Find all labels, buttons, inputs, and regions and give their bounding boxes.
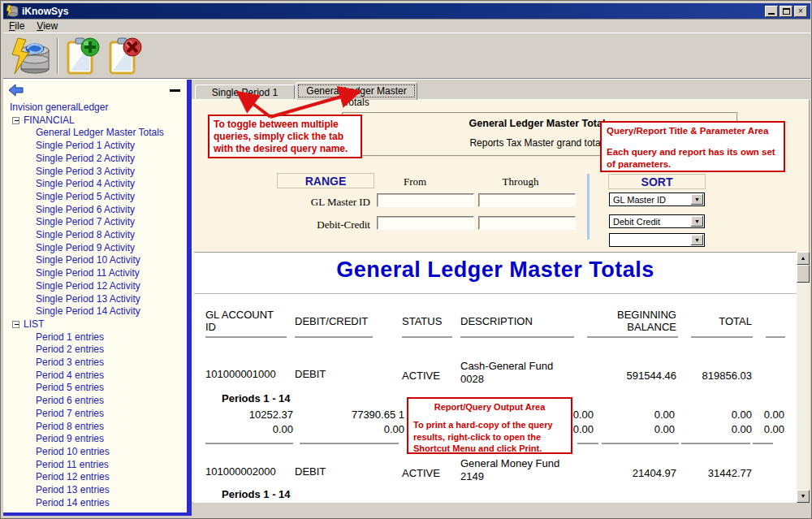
tree-item[interactable]: Single Period 3 Activity	[3, 166, 187, 179]
tab-general-ledger-master-totals[interactable]: General Ledger Master Totals	[296, 82, 417, 100]
period-value: 0.00	[315, 423, 404, 435]
range-sort-divider	[587, 174, 590, 240]
tree-item[interactable]: Period 6 entries	[3, 395, 187, 408]
through-column-label: Through	[484, 175, 557, 188]
tree-item[interactable]: Single Period 9 Activity	[3, 242, 187, 255]
column-rule	[602, 443, 679, 444]
maximize-icon	[783, 8, 790, 15]
menu-view[interactable]: View	[31, 19, 64, 32]
menu-file-label: ile	[15, 20, 24, 32]
tree-item[interactable]: Single Period 4 Activity	[3, 178, 187, 191]
column-rule	[205, 443, 293, 444]
column-rule	[577, 443, 598, 444]
column-rule	[300, 443, 399, 444]
tree-item[interactable]: Period 11 entries	[3, 459, 187, 472]
tree-item[interactable]: Single Period 7 Activity	[3, 216, 187, 229]
period-value: 0.00	[204, 423, 293, 435]
menu-view-accel: V	[37, 20, 43, 32]
tree-item[interactable]: Single Period 1 Activity	[3, 140, 187, 153]
tree-item[interactable]: Single Period 10 Activity	[3, 254, 187, 267]
report-output-area[interactable]: General Ledger Master Totals GL ACCOUNT …	[194, 252, 797, 503]
tree-item[interactable]: Period 4 entries	[3, 370, 187, 383]
window-controls: ×	[763, 6, 807, 17]
splitter-bottom-line	[3, 513, 189, 516]
sort-dropdown-2-value: Debit Credit	[613, 217, 660, 227]
tree-item[interactable]: Period 1 entries	[3, 331, 187, 344]
delete-query-icon[interactable]	[106, 37, 143, 76]
report-scrollbar[interactable]: ▲ ▼	[797, 252, 810, 503]
gl-master-id-through-input[interactable]	[478, 193, 576, 207]
column-header-status: STATUS	[402, 316, 442, 328]
query-page: General Ledger Master Totals Reports Tax…	[192, 99, 810, 502]
column-rule	[402, 336, 452, 338]
callout-output-body: To print a hard-copy of the query result…	[413, 419, 566, 454]
menu-file[interactable]: File	[3, 19, 31, 32]
cell-account-id: 101000002000	[205, 465, 276, 478]
tree-item[interactable]: Period 7 entries	[3, 408, 187, 421]
tree-item[interactable]: Single Period 6 Activity	[3, 204, 187, 217]
tree-group-list[interactable]: LIST	[3, 318, 187, 331]
tree-group-label: FINANCIAL	[24, 115, 75, 128]
sidebar: Invision generalLedger FINANCIAL General…	[3, 80, 187, 513]
sort-dropdown-3[interactable]: ▼	[609, 233, 705, 247]
tree-item[interactable]: Single Period 14 Activity	[3, 305, 187, 318]
tree-item[interactable]: Single Period 8 Activity	[3, 229, 187, 242]
period-value: 77390.65 1	[315, 409, 404, 421]
toolbar	[3, 33, 810, 80]
tree-item[interactable]: Period 13 entries	[3, 484, 187, 497]
tree-group-label: LIST	[24, 318, 44, 331]
query-tree: Invision generalLedger FINANCIAL General…	[3, 100, 187, 510]
tree-item[interactable]: Period 10 entries	[3, 446, 187, 459]
collapse-sidebar-button[interactable]	[170, 89, 180, 92]
column-rule	[681, 443, 750, 444]
periods-label: Periods 1 - 14	[222, 392, 291, 404]
tree-item[interactable]: Single Period 5 Activity	[3, 191, 187, 204]
maximize-button[interactable]	[780, 6, 793, 17]
database-refresh-icon[interactable]	[10, 37, 52, 76]
window-title: iKnowSys	[22, 6, 68, 17]
close-button[interactable]: ×	[794, 6, 807, 17]
minimize-button[interactable]	[765, 6, 778, 17]
chevron-down-icon[interactable]: ▼	[691, 235, 703, 245]
menu-view-label: iew	[43, 20, 58, 32]
tree-item[interactable]: Single Period 13 Activity	[3, 293, 187, 306]
sort-dropdown-2[interactable]: Debit Credit ▼	[609, 214, 705, 228]
sort-dropdown-1[interactable]: GL Master ID ▼	[609, 192, 705, 206]
period-value: 0.00	[695, 423, 784, 435]
tree-item[interactable]: General Ledger Master Totals	[3, 127, 187, 140]
callout-toggle-text: To toggle between multiple queries, simp…	[214, 119, 348, 154]
period-value: 0.00	[585, 423, 675, 435]
chevron-down-icon[interactable]: ▼	[691, 194, 703, 205]
scroll-up-icon[interactable]: ▲	[797, 252, 810, 265]
tree-group-financial[interactable]: FINANCIAL	[3, 115, 187, 128]
tree-item[interactable]: Period 2 entries	[3, 344, 187, 357]
scrollbar-thumb[interactable]	[797, 265, 810, 283]
period-value: 0.00	[585, 409, 675, 421]
periods-label: Periods 1 - 14	[222, 488, 291, 500]
tree-item[interactable]: Period 14 entries	[3, 497, 187, 510]
back-arrow-icon[interactable]	[8, 84, 24, 97]
chevron-down-icon[interactable]: ▼	[691, 216, 703, 227]
tree-item[interactable]: Period 8 entries	[3, 421, 187, 434]
tree-item[interactable]: Single Period 2 Activity	[3, 153, 187, 166]
tree-collapse-icon[interactable]	[12, 321, 19, 328]
new-query-icon[interactable]	[63, 37, 101, 76]
debit-credit-through-input[interactable]	[478, 216, 576, 230]
tree-item[interactable]: Single Period 11 Activity	[3, 267, 187, 280]
gl-master-id-from-input[interactable]	[377, 193, 474, 207]
column-rule	[766, 336, 785, 338]
tree-item[interactable]: Period 5 entries	[3, 382, 187, 395]
report-title: General Ledger Master Totals	[194, 257, 797, 283]
tree-item[interactable]: Period 9 entries	[3, 433, 187, 446]
cell-description: General Money Fund 2149	[460, 457, 578, 484]
debit-credit-from-input[interactable]	[377, 216, 474, 230]
tree-collapse-icon[interactable]	[12, 117, 19, 124]
tree-item[interactable]: Period 3 entries	[3, 357, 187, 370]
tree-item[interactable]: Single Period 12 Activity	[3, 280, 187, 293]
tree-root-label[interactable]: Invision generalLedger	[3, 102, 187, 115]
tab-single-period-1-activity[interactable]: Single Period 1 Activity	[195, 84, 295, 99]
column-header-description: DESCRIPTION	[460, 316, 533, 328]
scroll-down-icon[interactable]: ▼	[797, 490, 810, 503]
tree-item[interactable]: Period 12 entries	[3, 471, 187, 484]
column-rule	[460, 336, 574, 338]
